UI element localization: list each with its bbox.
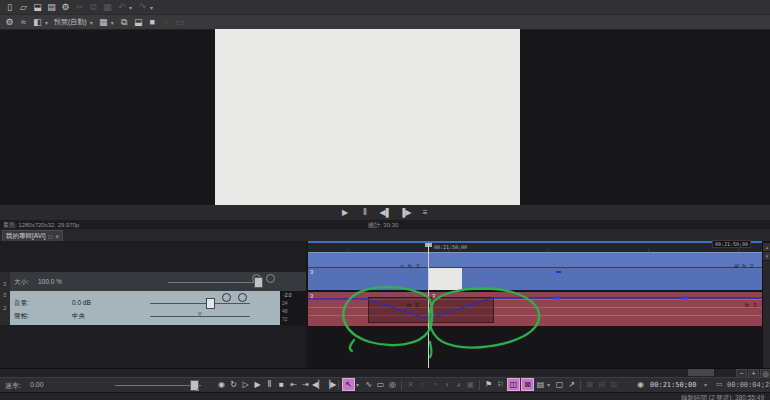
open-project-icon[interactable]: ▱: [17, 1, 30, 14]
paste-icon[interactable]: ▦: [101, 1, 114, 14]
ruler-time-badge: 00:21:50;00: [712, 240, 751, 248]
video-event-crop-icon[interactable]: ⊞: [732, 262, 740, 270]
preview-play-icon[interactable]: ▶: [340, 207, 351, 218]
video-event-buttons-mid: ≈fx≡: [398, 254, 422, 272]
preview-pause-icon[interactable]: Ⅱ: [360, 207, 371, 218]
auto-ripple-button[interactable]: ◫: [507, 378, 520, 391]
stop-button[interactable]: ■: [276, 378, 287, 391]
split-screen-dropdown-icon[interactable]: ▾: [45, 19, 51, 26]
volume-envelope[interactable]: [308, 292, 762, 326]
audio-event[interactable]: 3 fx≡ 3 fx≡: [308, 291, 762, 326]
event-tooltip-box: [429, 268, 462, 290]
group-tool-button[interactable]: ▢: [554, 378, 565, 391]
envelope-point[interactable]: [682, 297, 688, 300]
audio-pan-label: 聲相:: [14, 312, 29, 321]
settings-icon[interactable]: ⚙: [59, 1, 72, 14]
tab-minimize-icon[interactable]: □: [49, 234, 53, 240]
preview-settings-icon[interactable]: ⚙: [3, 16, 16, 29]
overlay-icon[interactable]: ▦: [97, 16, 110, 29]
copy-icon[interactable]: ⧉: [87, 1, 100, 14]
cursor-pin-icon[interactable]: ◉: [637, 380, 644, 389]
play-button[interactable]: ▶: [252, 378, 263, 391]
undo-dropdown-icon[interactable]: ▾: [129, 4, 135, 11]
project-properties-icon[interactable]: ▤: [45, 1, 58, 14]
video-size-slider-track[interactable]: [168, 282, 260, 283]
normal-edit-tool-button[interactable]: ↖: [342, 378, 355, 391]
tool-options-dropdown-icon[interactable]: ▾: [547, 381, 553, 388]
next-frame-button[interactable]: ▕▶: [324, 378, 335, 391]
hscroll-thumb[interactable]: [688, 369, 714, 376]
split-screen-icon[interactable]: ◧: [31, 16, 44, 29]
transport-toolbar: ◉ ↻ ▷ ▶ Ⅱ ■ ⇤ ⇥ ◀▏ ▕▶ ↖ ▾ ∿ ▭ ◎ ✕ ○ ◔ ◑ …: [216, 378, 619, 391]
video-track-menu-icon[interactable]: ≡: [3, 281, 7, 287]
vscroll-down-icon[interactable]: ▾: [763, 252, 770, 261]
save-project-icon[interactable]: ⬓: [31, 1, 44, 14]
overlay-dropdown-icon[interactable]: ▾: [111, 19, 117, 26]
edit-tool-dropdown-icon[interactable]: ▾: [356, 381, 362, 388]
preview-gray-icon-b: ▭: [174, 16, 187, 29]
selection-tool-button[interactable]: ▭: [375, 378, 386, 391]
insert-region-button[interactable]: ⚐: [495, 378, 506, 391]
rate-label: 速率:: [5, 381, 21, 391]
audio-solo-icon[interactable]: [238, 293, 247, 302]
preview-quality-select[interactable]: 預覽(自動): [52, 17, 89, 27]
video-event[interactable]: 3 ≈fx≡ 3 ⊞fx≡: [308, 252, 762, 290]
vscroll-up-icon[interactable]: ▴: [763, 243, 770, 252]
preview-step-forward-icon[interactable]: ▐▶: [400, 207, 411, 218]
redo-icon[interactable]: ↷: [136, 1, 149, 14]
undo-icon[interactable]: ↶: [115, 1, 128, 14]
video-bypass-icon-b[interactable]: [266, 274, 275, 283]
video-event-menu-icon[interactable]: ≡: [748, 262, 756, 270]
audio-volume-slider-track[interactable]: [150, 303, 250, 304]
go-to-start-button[interactable]: ⇤: [288, 378, 299, 391]
erase-tool-button: ✕: [405, 378, 416, 391]
audio-track-header[interactable]: 音量: 0.0 dB 聲相: 中央 ▿: [10, 291, 280, 325]
pause-button[interactable]: Ⅱ: [264, 378, 275, 391]
video-envelope-point[interactable]: [556, 271, 561, 273]
record-button[interactable]: ◉: [216, 378, 227, 391]
video-event-menu-icon[interactable]: ≡: [414, 262, 422, 270]
go-to-end-button[interactable]: ⇥: [300, 378, 311, 391]
prev-frame-button[interactable]: ◀▏: [312, 378, 323, 391]
copy-snapshot-icon[interactable]: ⧉: [118, 16, 131, 29]
tool-options-button[interactable]: ▤: [535, 378, 546, 391]
audio-mute-icon[interactable]: [222, 293, 231, 302]
envelope-tool-button[interactable]: ∿: [363, 378, 374, 391]
preview-menu-icon[interactable]: ≡: [420, 207, 431, 218]
zoom-tool-button[interactable]: ◎: [387, 378, 398, 391]
audio-meter-tick-72: 72: [282, 316, 288, 322]
new-project-icon[interactable]: ▯: [3, 1, 16, 14]
timeline-vscrollbar[interactable]: ▴ ▾: [762, 243, 770, 368]
preview-step-back-icon[interactable]: ◀▌: [380, 207, 391, 218]
tab-close-icon[interactable]: ×: [55, 233, 59, 240]
video-track-header[interactable]: 大小: 100.0 %: [10, 272, 306, 292]
preview-status-line: 畫面: 1280x720x32, 29.970p 總計: 30:30: [0, 220, 770, 229]
cursor-time-value[interactable]: 00:21:50;00: [650, 381, 696, 389]
video-output-fx-icon[interactable]: ≈: [17, 16, 30, 29]
share-tool-button[interactable]: ↗: [566, 378, 577, 391]
redo-dropdown-icon[interactable]: ▾: [150, 4, 156, 11]
auto-crossfade-button[interactable]: ⊠: [521, 378, 534, 391]
timecode-display[interactable]: 00:21:50;00: [0, 241, 306, 273]
audio-pan-value: 中央: [72, 312, 85, 321]
audio-pan-slider-thumb[interactable]: ▿: [198, 310, 202, 318]
selection-duration-value[interactable]: 00:00:04;28: [727, 381, 770, 389]
play-from-start-button[interactable]: ▷: [240, 378, 251, 391]
preview-quality-dropdown-icon[interactable]: ▾: [90, 19, 96, 26]
cursor-time-caret-icon[interactable]: ▾: [704, 381, 707, 388]
envelope-point[interactable]: [554, 297, 560, 300]
video-size-slider-thumb[interactable]: [254, 277, 263, 288]
save-snapshot-icon[interactable]: ⬓: [132, 16, 145, 29]
insert-marker-button[interactable]: ⚑: [483, 378, 494, 391]
playhead-line[interactable]: [428, 243, 429, 368]
audio-volume-slider-thumb[interactable]: [206, 298, 215, 309]
rate-slider-track[interactable]: [115, 385, 201, 386]
audio-track-menu-icon[interactable]: ≡: [0, 291, 10, 299]
external-monitor-icon[interactable]: ■: [146, 16, 159, 29]
video-event-pan-crop-icon[interactable]: ≈: [398, 262, 406, 270]
cut-icon[interactable]: ✂: [73, 1, 86, 14]
loop-playback-button[interactable]: ↻: [228, 378, 239, 391]
timeline-events-area[interactable]: 00:21:50;00 3 ≈fx≡ 3 ⊞fx≡ 3 fx≡ 3: [308, 241, 770, 368]
video-event-fx-icon[interactable]: fx: [406, 262, 414, 270]
video-event-fx-icon[interactable]: fx: [740, 262, 748, 270]
